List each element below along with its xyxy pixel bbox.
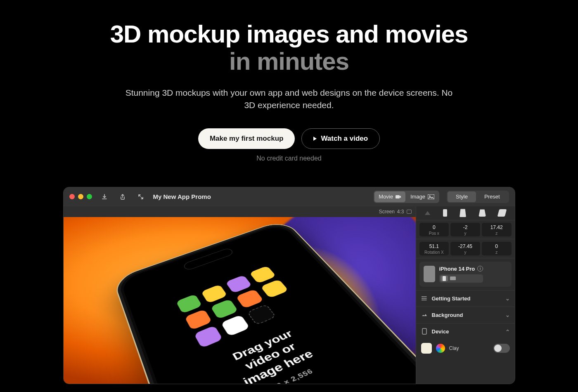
portrait-toggle[interactable] xyxy=(441,276,448,281)
clay-label: Clay xyxy=(449,345,459,351)
canvas-topbar: Screen 4:3 xyxy=(64,206,416,217)
sidebar-mode-segment: Style Preset xyxy=(447,191,509,203)
info-icon[interactable]: i xyxy=(477,266,483,272)
device-thumbnail xyxy=(424,266,435,282)
svg-point-5 xyxy=(422,296,422,297)
chevron-down-icon: ⌄ xyxy=(505,312,510,318)
position-row: 0Pos x -2y 17.42z xyxy=(416,220,515,239)
color-swatch-cream[interactable] xyxy=(421,343,432,354)
rotation-row: 51.1Rotation X -27.45y 0z xyxy=(416,239,515,258)
section-label: Getting Started xyxy=(432,295,471,302)
image-icon xyxy=(428,194,434,199)
orient-angled-button[interactable] xyxy=(497,209,507,217)
zoom-window-button[interactable] xyxy=(87,194,92,199)
titlebar: My New App Promo Movie Image Style Prese… xyxy=(64,187,515,206)
viewport[interactable]: Drag your video or image here 1,179 × 2,… xyxy=(64,217,416,384)
svg-rect-3 xyxy=(443,276,446,281)
device-icon xyxy=(421,328,428,335)
list-icon xyxy=(421,295,428,302)
device-card[interactable]: iPhone 14 Pro i xyxy=(419,262,512,287)
share-icon[interactable] xyxy=(117,192,128,202)
svg-rect-8 xyxy=(422,328,426,334)
app-window: My New App Promo Movie Image Style Prese… xyxy=(63,187,515,384)
rot-y-field[interactable]: -27.45y xyxy=(450,242,480,255)
svg-rect-4 xyxy=(450,276,456,280)
aspect-icon[interactable] xyxy=(407,210,412,214)
cta-watch-label: Watch a video xyxy=(321,135,368,143)
chevron-up-icon: ⌄ xyxy=(505,328,510,335)
image-mode-button[interactable]: Image xyxy=(406,191,438,202)
close-window-button[interactable] xyxy=(69,194,75,199)
screen-label: Screen xyxy=(379,209,395,215)
preset-tab-button[interactable]: Preset xyxy=(476,191,508,202)
hero-subtitle: Stunning 3D mockups with your own app an… xyxy=(120,87,458,112)
section-device[interactable]: Device ⌄ xyxy=(416,323,515,340)
rot-z-field[interactable]: 0z xyxy=(482,242,512,255)
cta-primary-button[interactable]: Make my first mockup xyxy=(198,128,295,149)
section-label: Background xyxy=(432,312,463,318)
aspect-ratio: 4:3 xyxy=(397,209,404,215)
canvas-column: Screen 4:3 xyxy=(64,206,416,384)
orient-portrait-button[interactable] xyxy=(443,209,447,217)
render-mode-segment: Movie Image xyxy=(374,191,439,203)
orientation-presets xyxy=(416,206,515,220)
rot-x-field[interactable]: 51.1Rotation X xyxy=(419,242,449,255)
pos-x-field[interactable]: 0Pos x xyxy=(419,223,449,236)
hero-title-muted: in minutes xyxy=(229,47,349,75)
color-picker-icon[interactable] xyxy=(436,344,445,353)
download-icon[interactable] xyxy=(99,192,110,202)
movie-icon xyxy=(396,194,401,199)
document-title: My New App Promo xyxy=(153,193,211,200)
image-label: Image xyxy=(410,194,425,200)
svg-point-7 xyxy=(422,300,422,300)
device-orientation-toggle xyxy=(439,274,483,283)
device-name: iPhone 14 Pro xyxy=(439,266,475,272)
device-section-body: Clay xyxy=(416,340,515,354)
dynamic-island xyxy=(182,247,234,271)
orient-tilt-right-button[interactable] xyxy=(479,209,486,217)
cta-row: Make my first mockup Watch a video xyxy=(198,128,380,149)
svg-rect-0 xyxy=(396,195,400,198)
section-getting-started[interactable]: Getting Started ⌄ xyxy=(416,290,515,307)
credit-card-note: No credit card needed xyxy=(256,155,321,162)
inspector-panel: 0Pos x -2y 17.42z 51.1Rotation X -27.45y… xyxy=(416,206,515,384)
play-icon xyxy=(313,137,317,141)
pos-y-field[interactable]: -2y xyxy=(450,223,480,236)
chevron-down-icon: ⌄ xyxy=(505,295,510,302)
expand-icon[interactable] xyxy=(135,192,147,202)
clay-toggle[interactable] xyxy=(493,344,510,353)
collapse-icon[interactable] xyxy=(425,211,431,215)
minimize-window-button[interactable] xyxy=(78,194,83,199)
movie-mode-button[interactable]: Movie xyxy=(374,191,405,202)
hero-title-main: 3D mockup images and movies xyxy=(110,20,468,48)
section-background[interactable]: Background ⌄ xyxy=(416,307,515,323)
hero-title: 3D mockup images and movies in minutes xyxy=(103,21,475,75)
section-label: Device xyxy=(432,328,449,335)
movie-label: Movie xyxy=(379,194,393,200)
pos-z-field[interactable]: 17.42z xyxy=(482,223,512,236)
orient-tilt-left-button[interactable] xyxy=(460,209,466,217)
cta-watch-video-button[interactable]: Watch a video xyxy=(301,128,380,149)
style-tab-button[interactable]: Style xyxy=(448,191,476,202)
landscape-toggle[interactable] xyxy=(449,276,457,281)
traffic-lights xyxy=(69,194,92,199)
svg-point-6 xyxy=(422,298,422,299)
background-icon xyxy=(421,312,428,318)
